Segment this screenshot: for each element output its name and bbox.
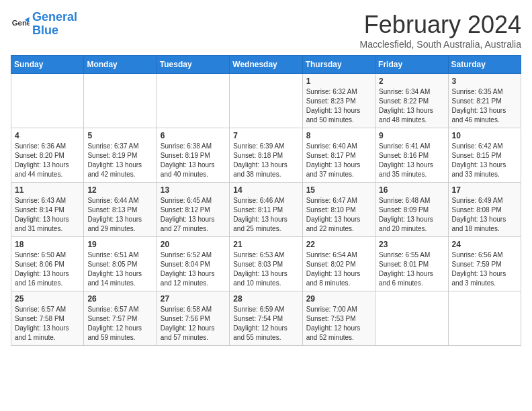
calendar-cell: [375, 291, 448, 346]
calendar-cell: 4Sunrise: 6:36 AM Sunset: 8:20 PM Daylig…: [11, 128, 84, 183]
calendar-cell: [84, 74, 157, 128]
calendar-week-row: 4Sunrise: 6:36 AM Sunset: 8:20 PM Daylig…: [11, 128, 521, 183]
day-number: 1: [306, 77, 371, 86]
day-number: 21: [233, 240, 298, 249]
calendar-cell: 7Sunrise: 6:39 AM Sunset: 8:18 PM Daylig…: [230, 128, 302, 183]
col-header-thursday: Thursday: [302, 56, 375, 74]
day-info: Sunrise: 6:41 AM Sunset: 8:16 PM Dayligh…: [379, 142, 444, 179]
calendar-cell: 15Sunrise: 6:47 AM Sunset: 8:10 PM Dayli…: [302, 183, 375, 237]
day-number: 24: [452, 240, 517, 249]
day-number: 26: [87, 294, 152, 304]
day-info: Sunrise: 6:55 AM Sunset: 8:01 PM Dayligh…: [379, 250, 444, 288]
calendar-cell: 11Sunrise: 6:43 AM Sunset: 8:14 PM Dayli…: [11, 183, 84, 237]
calendar-week-row: 18Sunrise: 6:50 AM Sunset: 8:06 PM Dayli…: [11, 237, 521, 291]
calendar-cell: 14Sunrise: 6:46 AM Sunset: 8:11 PM Dayli…: [230, 183, 302, 237]
day-number: 23: [379, 240, 444, 249]
day-number: 12: [87, 185, 152, 195]
day-info: Sunrise: 6:44 AM Sunset: 8:13 PM Dayligh…: [87, 196, 152, 234]
location-subtitle: Macclesfield, South Australia, Australia: [360, 39, 521, 50]
day-info: Sunrise: 6:49 AM Sunset: 8:08 PM Dayligh…: [452, 196, 517, 234]
col-header-monday: Monday: [84, 56, 157, 74]
calendar-week-row: 1Sunrise: 6:32 AM Sunset: 8:23 PM Daylig…: [11, 74, 521, 128]
calendar-cell: 19Sunrise: 6:51 AM Sunset: 8:05 PM Dayli…: [84, 237, 157, 291]
calendar-cell: 18Sunrise: 6:50 AM Sunset: 8:06 PM Dayli…: [11, 237, 84, 291]
day-number: 22: [306, 240, 371, 249]
calendar-week-row: 11Sunrise: 6:43 AM Sunset: 8:14 PM Dayli…: [11, 183, 521, 237]
calendar-cell: 3Sunrise: 6:35 AM Sunset: 8:21 PM Daylig…: [448, 74, 521, 128]
calendar-cell: 6Sunrise: 6:38 AM Sunset: 8:19 PM Daylig…: [157, 128, 229, 183]
day-info: Sunrise: 6:35 AM Sunset: 8:21 PM Dayligh…: [452, 87, 517, 125]
day-number: 4: [15, 131, 80, 140]
calendar-table: SundayMondayTuesdayWednesdayThursdayFrid…: [11, 55, 521, 346]
logo: General GeneralBlue: [11, 11, 77, 38]
calendar-cell: 22Sunrise: 6:54 AM Sunset: 8:02 PM Dayli…: [302, 237, 375, 291]
day-number: 6: [161, 131, 226, 140]
day-info: Sunrise: 6:50 AM Sunset: 8:06 PM Dayligh…: [15, 250, 80, 288]
day-info: Sunrise: 6:32 AM Sunset: 8:23 PM Dayligh…: [306, 87, 371, 125]
calendar-cell: 5Sunrise: 6:37 AM Sunset: 8:19 PM Daylig…: [84, 128, 157, 183]
col-header-tuesday: Tuesday: [157, 56, 229, 74]
col-header-sunday: Sunday: [11, 56, 84, 74]
day-number: 3: [452, 77, 517, 86]
day-info: Sunrise: 6:47 AM Sunset: 8:10 PM Dayligh…: [306, 196, 371, 234]
day-info: Sunrise: 6:54 AM Sunset: 8:02 PM Dayligh…: [306, 250, 371, 288]
day-info: Sunrise: 7:00 AM Sunset: 7:53 PM Dayligh…: [306, 305, 371, 342]
calendar-cell: 1Sunrise: 6:32 AM Sunset: 8:23 PM Daylig…: [302, 74, 375, 128]
day-number: 13: [161, 185, 226, 195]
day-number: 20: [161, 240, 226, 249]
day-number: 7: [233, 131, 298, 140]
day-number: 17: [452, 185, 517, 195]
day-number: 18: [15, 240, 80, 249]
day-info: Sunrise: 6:42 AM Sunset: 8:15 PM Dayligh…: [452, 142, 517, 179]
day-number: 19: [87, 240, 152, 249]
day-number: 27: [161, 294, 226, 304]
day-info: Sunrise: 6:58 AM Sunset: 7:56 PM Dayligh…: [161, 305, 226, 342]
day-number: 11: [15, 185, 80, 195]
calendar-cell: 24Sunrise: 6:56 AM Sunset: 7:59 PM Dayli…: [448, 237, 521, 291]
day-number: 29: [306, 294, 371, 304]
calendar-header-row: SundayMondayTuesdayWednesdayThursdayFrid…: [11, 56, 521, 74]
day-info: Sunrise: 6:56 AM Sunset: 7:59 PM Dayligh…: [452, 250, 517, 288]
calendar-cell: 16Sunrise: 6:48 AM Sunset: 8:09 PM Dayli…: [375, 183, 448, 237]
day-info: Sunrise: 6:48 AM Sunset: 8:09 PM Dayligh…: [379, 196, 444, 234]
day-number: 15: [306, 185, 371, 195]
calendar-cell: 9Sunrise: 6:41 AM Sunset: 8:16 PM Daylig…: [375, 128, 448, 183]
month-year-title: February 2024: [360, 11, 521, 39]
calendar-cell: 20Sunrise: 6:52 AM Sunset: 8:04 PM Dayli…: [157, 237, 229, 291]
calendar-cell: 13Sunrise: 6:45 AM Sunset: 8:12 PM Dayli…: [157, 183, 229, 237]
calendar-week-row: 25Sunrise: 6:57 AM Sunset: 7:58 PM Dayli…: [11, 291, 521, 346]
calendar-cell: 25Sunrise: 6:57 AM Sunset: 7:58 PM Dayli…: [11, 291, 84, 346]
day-number: 5: [87, 131, 152, 140]
day-info: Sunrise: 6:59 AM Sunset: 7:54 PM Dayligh…: [233, 305, 298, 342]
title-block: February 2024 Macclesfield, South Austra…: [360, 11, 521, 50]
calendar-cell: 29Sunrise: 7:00 AM Sunset: 7:53 PM Dayli…: [302, 291, 375, 346]
day-number: 9: [379, 131, 444, 140]
day-info: Sunrise: 6:39 AM Sunset: 8:18 PM Dayligh…: [233, 142, 298, 179]
calendar-cell: [448, 291, 521, 346]
logo-icon: General: [11, 15, 30, 34]
day-number: 2: [379, 77, 444, 86]
day-number: 8: [306, 131, 371, 140]
day-number: 16: [379, 185, 444, 195]
day-info: Sunrise: 6:37 AM Sunset: 8:19 PM Dayligh…: [87, 142, 152, 179]
calendar-cell: 17Sunrise: 6:49 AM Sunset: 8:08 PM Dayli…: [448, 183, 521, 237]
day-info: Sunrise: 6:34 AM Sunset: 8:22 PM Dayligh…: [379, 87, 444, 125]
day-number: 10: [452, 131, 517, 140]
col-header-saturday: Saturday: [448, 56, 521, 74]
day-info: Sunrise: 6:43 AM Sunset: 8:14 PM Dayligh…: [15, 196, 80, 234]
day-info: Sunrise: 6:45 AM Sunset: 8:12 PM Dayligh…: [161, 196, 226, 234]
calendar-cell: 10Sunrise: 6:42 AM Sunset: 8:15 PM Dayli…: [448, 128, 521, 183]
day-number: 28: [233, 294, 298, 304]
calendar-cell: [157, 74, 229, 128]
calendar-cell: [230, 74, 302, 128]
day-info: Sunrise: 6:52 AM Sunset: 8:04 PM Dayligh…: [161, 250, 226, 288]
day-number: 14: [233, 185, 298, 195]
day-info: Sunrise: 6:36 AM Sunset: 8:20 PM Dayligh…: [15, 142, 80, 179]
calendar-cell: 26Sunrise: 6:57 AM Sunset: 7:57 PM Dayli…: [84, 291, 157, 346]
logo-text: GeneralBlue: [32, 11, 77, 38]
col-header-friday: Friday: [375, 56, 448, 74]
day-info: Sunrise: 6:57 AM Sunset: 7:58 PM Dayligh…: [15, 305, 80, 342]
day-info: Sunrise: 6:38 AM Sunset: 8:19 PM Dayligh…: [161, 142, 226, 179]
day-info: Sunrise: 6:57 AM Sunset: 7:57 PM Dayligh…: [87, 305, 152, 342]
calendar-cell: 28Sunrise: 6:59 AM Sunset: 7:54 PM Dayli…: [230, 291, 302, 346]
